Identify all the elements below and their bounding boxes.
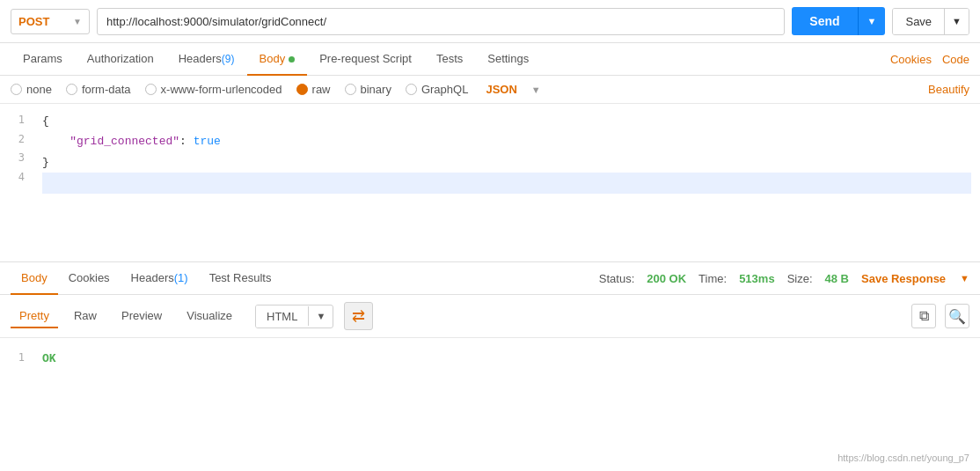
save-button-group: Save ▼ <box>892 8 969 35</box>
size-value: 48 B <box>825 272 849 285</box>
save-button[interactable]: Save <box>893 9 944 34</box>
tab-prerequest[interactable]: Pre-request Script <box>307 43 424 76</box>
line-num-3: 3 <box>9 149 25 168</box>
tab-headers[interactable]: Headers(9) <box>166 43 247 76</box>
response-line-num-1: 1 <box>9 349 25 368</box>
status-value: 200 OK <box>647 272 686 285</box>
response-header: Body Cookies Headers(1) Test Results Sta… <box>0 262 980 295</box>
url-input[interactable] <box>97 8 785 35</box>
response-tab-test-results[interactable]: Test Results <box>199 262 282 295</box>
search-icon[interactable]: 🔍 <box>945 304 969 328</box>
radio-urlencoded-circle <box>145 84 157 95</box>
tab-authorization[interactable]: Authorization <box>75 43 166 76</box>
radio-form-data-circle <box>66 84 77 95</box>
tab-params[interactable]: Params <box>11 43 75 76</box>
request-tabs-row: Params Authorization Headers(9) Body Pre… <box>0 43 980 76</box>
body-type-row: none form-data x-www-form-urlencoded raw… <box>0 76 980 104</box>
copy-icon[interactable]: ⧉ <box>911 304 936 328</box>
headers-badge: (9) <box>222 53 235 65</box>
method-label: POST <box>18 15 49 28</box>
view-tab-pretty[interactable]: Pretty <box>11 305 58 328</box>
line-numbers: 1 2 3 4 <box>0 104 33 261</box>
time-label: Time: <box>698 272 727 285</box>
response-tab-cookies[interactable]: Cookies <box>58 262 121 295</box>
format-button-group: HTML ▼ <box>255 305 333 328</box>
tab-tests[interactable]: Tests <box>424 43 475 76</box>
cookies-link[interactable]: Cookies <box>890 53 932 66</box>
save-response-arrow[interactable]: ▼ <box>960 273 969 283</box>
radio-none[interactable]: none <box>11 83 52 96</box>
send-button[interactable]: Send <box>792 7 857 35</box>
radio-graphql-circle <box>406 84 417 95</box>
beautify-button[interactable]: Beautify <box>928 83 969 96</box>
response-tab-body[interactable]: Body <box>11 262 58 295</box>
radio-none-circle <box>11 84 22 95</box>
code-line-4 <box>42 173 971 193</box>
line-num-2: 2 <box>9 130 25 150</box>
radio-raw-circle <box>296 84 308 95</box>
response-view-row: Pretty Raw Preview Visualize HTML ▼ ⇄ ⧉ … <box>0 295 980 338</box>
wrap-icon: ⇄ <box>352 307 365 325</box>
top-bar: POST ▼ Send ▼ Save ▼ <box>0 0 980 43</box>
radio-urlencoded[interactable]: x-www-form-urlencoded <box>145 83 282 96</box>
radio-form-data[interactable]: form-data <box>66 83 131 96</box>
response-body: 1 OK <box>0 338 980 391</box>
code-content[interactable]: { "grid_connected": true } <box>33 104 980 261</box>
view-icons: ⧉ 🔍 <box>911 304 969 328</box>
line-num-1: 1 <box>9 111 25 130</box>
json-format-label: JSON <box>486 83 516 96</box>
code-line-3: } <box>42 156 49 169</box>
size-label: Size: <box>787 272 813 285</box>
save-dropdown-button[interactable]: ▼ <box>944 9 969 34</box>
code-editor[interactable]: 1 2 3 4 { "grid_connected": true } <box>0 104 980 262</box>
save-response-button[interactable]: Save Response <box>861 272 946 285</box>
response-line-numbers: 1 <box>0 342 33 387</box>
tab-body[interactable]: Body <box>247 43 308 76</box>
response-tab-headers[interactable]: Headers(1) <box>121 262 199 295</box>
radio-binary-circle <box>345 84 356 95</box>
response-code-content: OK <box>33 342 980 387</box>
radio-raw[interactable]: raw <box>296 83 331 96</box>
code-line-2: "grid_connected": true <box>42 135 221 148</box>
status-label: Status: <box>599 272 634 285</box>
tab-settings[interactable]: Settings <box>475 43 541 76</box>
line-num-4: 4 <box>9 168 25 188</box>
send-button-group: Send ▼ <box>792 7 885 35</box>
method-chevron: ▼ <box>73 17 82 26</box>
view-tab-preview[interactable]: Preview <box>113 305 171 328</box>
view-tab-visualize[interactable]: Visualize <box>178 305 241 328</box>
format-arrow-button[interactable]: ▼ <box>308 306 333 326</box>
json-format-arrow[interactable]: ▼ <box>531 85 541 95</box>
tab-actions: Cookies Code <box>890 53 969 66</box>
wrap-button[interactable]: ⇄ <box>344 302 373 330</box>
format-button[interactable]: HTML <box>256 305 308 327</box>
response-headers-badge: (1) <box>174 271 188 284</box>
body-dot <box>289 56 295 63</box>
send-dropdown-button[interactable]: ▼ <box>858 7 886 35</box>
method-select[interactable]: POST ▼ <box>11 9 90 34</box>
radio-graphql[interactable]: GraphQL <box>406 83 468 96</box>
time-value: 513ms <box>739 272 774 285</box>
response-ok-text: OK <box>42 352 56 365</box>
code-line-1: { <box>42 114 49 128</box>
code-link[interactable]: Code <box>942 53 969 66</box>
view-tab-raw[interactable]: Raw <box>65 305 106 328</box>
radio-binary[interactable]: binary <box>345 83 391 96</box>
response-meta: Status: 200 OK Time: 513ms Size: 48 B Sa… <box>599 272 969 285</box>
